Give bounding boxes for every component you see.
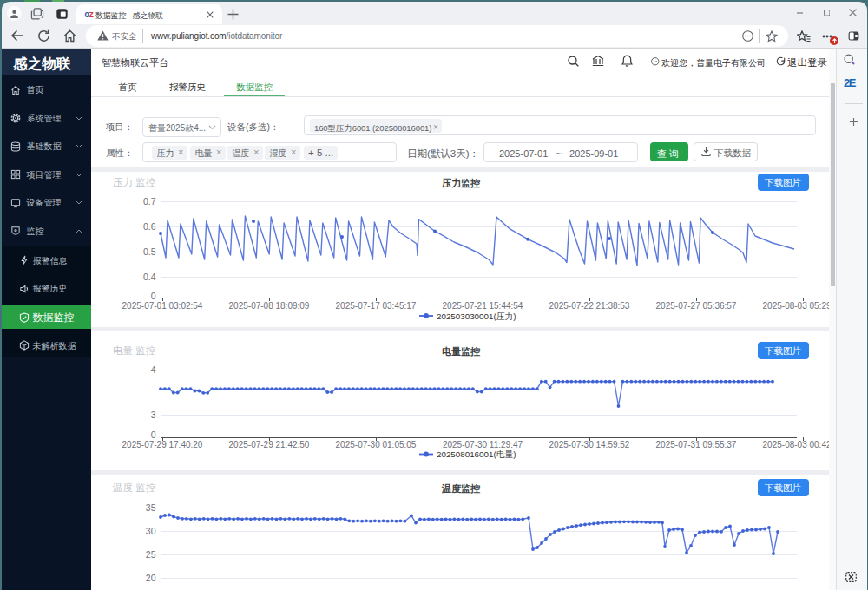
svg-text:2025-07-30 14:59:52: 2025-07-30 14:59:52	[549, 440, 630, 449]
svg-text:0.5: 0.5	[143, 246, 156, 257]
svg-text:2025-07-30 11:29:47: 2025-07-30 11:29:47	[443, 440, 523, 449]
svg-text:202508016001(电量): 202508016001(电量)	[437, 449, 516, 459]
svg-text:202503030001(压力): 202503030001(压力)	[437, 311, 516, 321]
svg-text:2025-07-31 09:55:37: 2025-07-31 09:55:37	[656, 440, 737, 449]
svg-text:2025-07-29 21:42:50: 2025-07-29 21:42:50	[229, 440, 310, 449]
svg-text:0.6: 0.6	[143, 221, 156, 232]
svg-text:0.7: 0.7	[143, 196, 156, 206]
svg-text:0: 0	[151, 429, 156, 440]
svg-text:2025-07-30 01:05:05: 2025-07-30 01:05:05	[336, 440, 417, 449]
svg-text:0.4: 0.4	[143, 272, 156, 282]
svg-text:2025-07-01 03:02:54: 2025-07-01 03:02:54	[122, 301, 203, 311]
svg-text:35: 35	[146, 502, 156, 513]
svg-text:0: 0	[151, 291, 156, 301]
svg-text:2025-07-21 15:44:54: 2025-07-21 15:44:54	[443, 301, 523, 311]
svg-text:2025-07-22 21:38:53: 2025-07-22 21:38:53	[549, 301, 630, 311]
svg-text:2025-07-27 05:36:57: 2025-07-27 05:36:57	[656, 301, 737, 311]
svg-text:4: 4	[151, 364, 156, 375]
svg-text:2025-07-17 03:45:17: 2025-07-17 03:45:17	[336, 301, 417, 311]
svg-text:20: 20	[146, 573, 156, 583]
svg-text:25: 25	[146, 549, 156, 560]
svg-text:3: 3	[151, 410, 156, 420]
svg-text:30: 30	[146, 526, 156, 536]
svg-text:2025-07-08 18:09:09: 2025-07-08 18:09:09	[229, 301, 310, 311]
svg-text:2025-07-29 17:40:20: 2025-07-29 17:40:20	[122, 440, 203, 449]
